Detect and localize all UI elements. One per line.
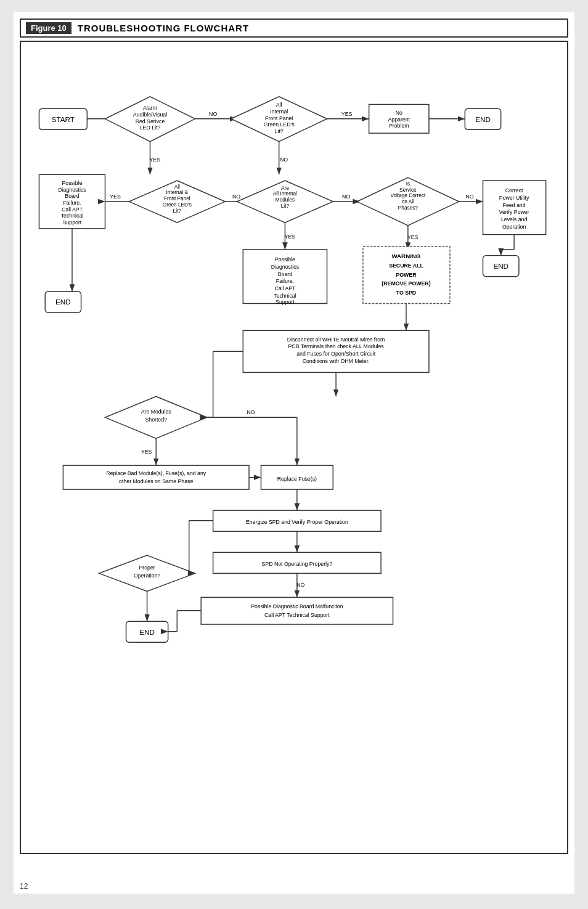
svg-text:(REMOVE POWER): (REMOVE POWER): [382, 280, 430, 287]
svg-text:END: END: [55, 298, 71, 306]
svg-text:Call APT: Call APT: [274, 285, 296, 291]
svg-text:PCB Terminals then check ALL M: PCB Terminals then check ALL Modules: [288, 343, 385, 349]
svg-text:Verify Power: Verify Power: [499, 209, 529, 215]
svg-text:YES: YES: [149, 157, 160, 163]
svg-text:NO: NO: [209, 111, 217, 117]
svg-text:Possible Diagnostic Board Malf: Possible Diagnostic Board Malfunciton: [251, 603, 343, 609]
svg-text:All: All: [174, 184, 180, 190]
svg-text:SECURE ALL: SECURE ALL: [389, 263, 423, 269]
svg-text:Audible/Visual: Audible/Visual: [133, 112, 167, 118]
svg-text:Replace Bad Module(s), Fuse(s): Replace Bad Module(s), Fuse(s), and any: [106, 470, 206, 476]
svg-text:on All: on All: [402, 199, 414, 205]
svg-text:NO: NO: [466, 194, 474, 200]
svg-text:All: All: [276, 102, 282, 108]
svg-text:POWER: POWER: [396, 272, 417, 278]
svg-text:Voltage Correct: Voltage Correct: [390, 193, 426, 198]
svg-text:Power Utility: Power Utility: [499, 195, 529, 201]
svg-text:Diagnostics: Diagnostics: [58, 187, 86, 193]
page-number: 12: [20, 882, 28, 891]
svg-text:Internal: Internal: [270, 108, 288, 115]
svg-text:Phases?: Phases?: [398, 205, 419, 211]
svg-text:YES: YES: [407, 234, 419, 240]
svg-text:Operation?: Operation?: [134, 573, 160, 579]
flowchart-container: START Alarm Audible/Visual Red Serivce L…: [20, 41, 568, 854]
svg-text:Are: Are: [281, 185, 289, 191]
svg-text:Conditions with OHM Meter.: Conditions with OHM Meter.: [303, 358, 370, 364]
figure-header: Figure 10 TROUBLESHOOTING FLOWCHART: [20, 18, 568, 38]
svg-rect-114: [63, 465, 249, 489]
svg-text:YES: YES: [284, 234, 295, 240]
svg-text:Board: Board: [278, 271, 292, 277]
svg-text:NO: NO: [296, 582, 304, 588]
svg-text:Alarm: Alarm: [143, 105, 157, 111]
svg-text:Technical: Technical: [61, 213, 84, 219]
svg-text:Failure.: Failure.: [276, 278, 294, 284]
svg-text:Front Panel: Front Panel: [164, 196, 190, 202]
svg-text:Support: Support: [276, 299, 295, 305]
svg-text:Support: Support: [63, 219, 82, 226]
svg-text:END: END: [475, 115, 491, 123]
start-label: START: [52, 115, 75, 123]
svg-text:TO SPD: TO SPD: [396, 290, 416, 296]
page: Figure 10 TROUBLESHOOTING FLOWCHART STAR…: [14, 12, 574, 894]
svg-text:Apparent: Apparent: [388, 116, 410, 123]
svg-text:Possible: Possible: [275, 256, 295, 263]
svg-text:Front Panel: Front Panel: [265, 115, 293, 121]
svg-text:Lit?: Lit?: [173, 208, 182, 214]
svg-text:and Fuses for Open/Short Circu: and Fuses for Open/Short Circuit: [296, 351, 375, 357]
svg-text:YES: YES: [141, 449, 152, 455]
svg-text:YES: YES: [341, 111, 353, 117]
svg-text:YES: YES: [110, 194, 121, 200]
svg-text:Board: Board: [65, 193, 79, 199]
svg-text:Technical: Technical: [274, 293, 296, 299]
svg-text:Operation: Operation: [502, 224, 526, 230]
svg-text:LED Lit?: LED Lit?: [140, 124, 161, 131]
svg-text:Diagnostics: Diagnostics: [271, 264, 300, 270]
svg-text:END: END: [493, 262, 508, 270]
svg-text:Green LED's: Green LED's: [264, 121, 295, 128]
svg-text:Lit?: Lit?: [275, 128, 284, 134]
svg-text:Correct: Correct: [505, 187, 523, 194]
svg-text:Feed and: Feed and: [503, 202, 526, 208]
svg-text:Energize SPD and Verify Proper: Energize SPD and Verify Proper Operation: [246, 519, 348, 525]
svg-text:Green LED's: Green LED's: [163, 202, 192, 208]
svg-text:Are Modules: Are Modules: [141, 409, 172, 415]
svg-text:Service: Service: [399, 187, 417, 193]
svg-text:Possible: Possible: [62, 180, 82, 186]
svg-rect-137: [201, 597, 393, 624]
svg-text:Problem: Problem: [389, 123, 409, 129]
svg-text:NO: NO: [232, 194, 240, 200]
svg-text:No: No: [396, 110, 402, 116]
svg-text:Failure.: Failure.: [63, 200, 81, 206]
svg-text:WARNING: WARNING: [391, 253, 420, 259]
svg-text:other Modules on Same Phase: other Modules on Same Phase: [119, 478, 193, 484]
figure-title: TROUBLESHOOTING FLOWCHART: [78, 23, 249, 33]
flowchart-svg: START Alarm Audible/Visual Red Serivce L…: [27, 48, 561, 847]
svg-text:Levels and: Levels and: [501, 216, 527, 222]
svg-text:NO: NO: [247, 409, 255, 415]
svg-text:Shorted?: Shorted?: [145, 417, 167, 423]
svg-text:END: END: [139, 628, 155, 636]
svg-text:Red Serivce: Red Serivce: [136, 118, 165, 124]
svg-text:Modules: Modules: [276, 197, 295, 203]
svg-text:Disconnect all WHITE Neutral w: Disconnect all WHITE Neutral wires from: [287, 336, 385, 343]
svg-text:SPD Not Operating Properly?: SPD Not Operating Properly?: [261, 561, 332, 567]
svg-text:All Internal: All Internal: [273, 191, 297, 197]
svg-text:Proper: Proper: [139, 565, 155, 571]
svg-text:Lit?: Lit?: [281, 203, 290, 209]
svg-text:Is: Is: [406, 181, 410, 187]
svg-text:Internal &: Internal &: [166, 190, 189, 195]
svg-text:Call APT Technical Support: Call APT Technical Support: [264, 612, 330, 618]
svg-text:NO: NO: [342, 194, 350, 200]
figure-label: Figure 10: [26, 22, 71, 34]
svg-text:NO: NO: [280, 157, 288, 163]
svg-text:Replace Fuse(s): Replace Fuse(s): [277, 476, 317, 482]
svg-text:Call APT: Call APT: [62, 206, 83, 213]
